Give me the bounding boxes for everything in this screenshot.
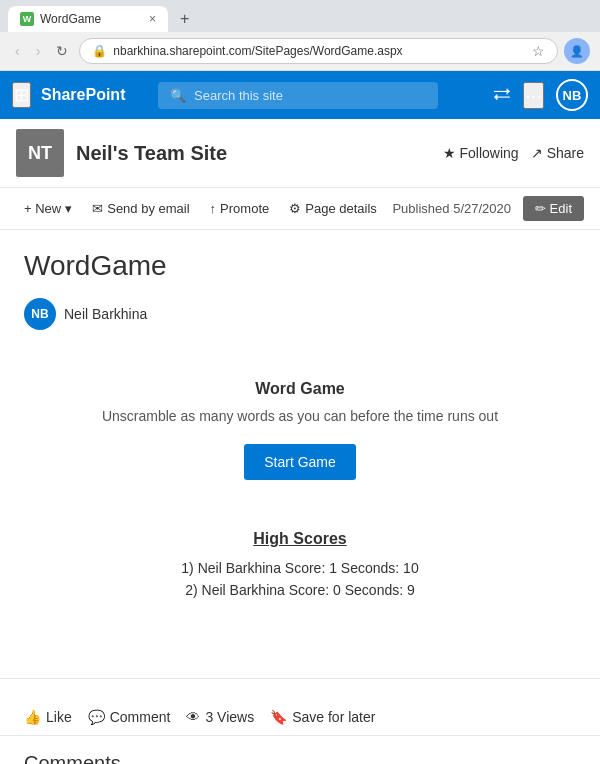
follow-button[interactable]: ★ Following [443,145,519,161]
browser-chrome: W WordGame × + ‹ › ↻ 🔒 nbarkhina.sharepo… [0,0,600,71]
share-label: Share [547,145,584,161]
waffle-menu-button[interactable]: ⊞ [12,82,31,108]
active-tab[interactable]: W WordGame × [8,6,168,32]
save-icon: 🔖 [270,709,287,725]
game-title: Word Game [70,380,530,398]
score-name-1: Neil Barkhina [198,560,281,576]
high-scores-title: High Scores [24,530,576,548]
star-icon: ★ [443,145,456,161]
page-details-label: Page details [305,201,377,216]
views-label: 3 Views [205,709,254,725]
comment-icon: 💬 [88,709,105,725]
edit-button[interactable]: ✏ Edit [523,196,584,221]
sharepoint-topbar: ⊞ SharePoint 🔍 ⮂ ··· NB [0,71,600,119]
author-row: NB Neil Barkhina [24,298,576,330]
send-email-label: Send by email [107,201,189,216]
high-scores-section: High Scores 1) Neil Barkhina Score: 1 Se… [24,530,576,598]
back-button[interactable]: ‹ [10,40,25,62]
share-icon: ↗ [531,145,543,161]
score-name-2: Neil Barkhina [202,582,285,598]
page-title: WordGame [24,250,576,282]
promote-label: Promote [220,201,269,216]
share-button[interactable]: ↗ Share [531,145,584,161]
new-button[interactable]: + New ▾ [16,197,80,220]
views-button[interactable]: 👁 3 Views [186,709,254,725]
new-button-label: + New [24,201,61,216]
tab-title: WordGame [40,12,101,26]
score-rank-1: 1) [181,560,197,576]
site-actions: ★ Following ↗ Share [443,145,585,161]
score-value-1: Score: 1 [285,560,341,576]
score-rank-2: 2) [185,582,201,598]
search-bar[interactable]: 🔍 [158,82,438,109]
refresh-button[interactable]: ↻ [51,40,73,62]
follow-label: Following [460,145,519,161]
save-label: Save for later [292,709,375,725]
page-details-icon: ⚙ [289,201,301,216]
score-value-2: Score: 0 [289,582,345,598]
author-avatar: NB [24,298,56,330]
like-label: Like [46,709,72,725]
author-name: Neil Barkhina [64,306,147,322]
content-divider [0,678,600,679]
views-icon: 👁 [186,709,200,725]
email-icon: ✉ [92,201,103,216]
like-icon: 👍 [24,709,41,725]
more-options-button[interactable]: ··· [523,82,544,109]
notification-button[interactable]: ⮂ [493,85,511,106]
new-tab-button[interactable]: + [172,6,197,32]
browser-profile-avatar[interactable]: 👤 [564,38,590,64]
like-button[interactable]: 👍 Like [24,709,72,725]
forward-button[interactable]: › [31,40,46,62]
score-seconds-2: Seconds: 9 [345,582,415,598]
search-input[interactable] [194,88,426,103]
search-icon: 🔍 [170,88,186,103]
chevron-down-icon: ▾ [65,201,72,216]
comment-button[interactable]: 💬 Comment [88,709,171,725]
score-row-2: 2) Neil Barkhina Score: 0 Seconds: 9 [24,582,576,598]
score-row-1: 1) Neil Barkhina Score: 1 Seconds: 10 [24,560,576,576]
nav-extras: 👤 [564,38,590,64]
page-details-button[interactable]: ⚙ Page details [281,197,385,220]
site-title: Neil's Team Site [76,142,443,165]
tab-favicon: W [20,12,34,26]
address-text: nbarkhina.sharepoint.com/SitePages/WordG… [113,44,526,58]
game-area: Word Game Unscramble as many words as yo… [50,360,550,500]
comments-section: Comments NB Post [0,736,600,764]
published-info: Published 5/27/2020 [392,201,511,216]
promote-icon: ↑ [210,201,217,216]
nav-bar: ‹ › ↻ 🔒 nbarkhina.sharepoint.com/SitePag… [0,32,600,70]
address-bar[interactable]: 🔒 nbarkhina.sharepoint.com/SitePages/Wor… [79,38,558,64]
save-for-later-button[interactable]: 🔖 Save for later [270,709,375,725]
action-bar: + New ▾ ✉ Send by email ↑ Promote ⚙ Page… [0,188,600,230]
topbar-right: ⮂ ··· NB [493,79,588,111]
bookmark-button[interactable]: ☆ [532,43,545,59]
site-logo: NT [16,129,64,177]
promote-button[interactable]: ↑ Promote [202,197,278,220]
score-seconds-1: Seconds: 10 [341,560,419,576]
start-game-button[interactable]: Start Game [244,444,356,480]
comment-label: Comment [110,709,171,725]
comments-title: Comments [24,752,576,764]
send-email-button[interactable]: ✉ Send by email [84,197,197,220]
footer-actions: 👍 Like 💬 Comment 👁 3 Views 🔖 Save for la… [0,699,600,736]
user-avatar[interactable]: NB [556,79,588,111]
game-description: Unscramble as many words as you can befo… [70,408,530,424]
tab-close-button[interactable]: × [149,12,156,26]
tab-bar: W WordGame × + [0,0,600,32]
sharepoint-logo-text: SharePoint [41,86,125,104]
site-header: NT Neil's Team Site ★ Following ↗ Share [0,119,600,188]
lock-icon: 🔒 [92,44,107,58]
page-content: WordGame NB Neil Barkhina Word Game Unsc… [0,230,600,658]
